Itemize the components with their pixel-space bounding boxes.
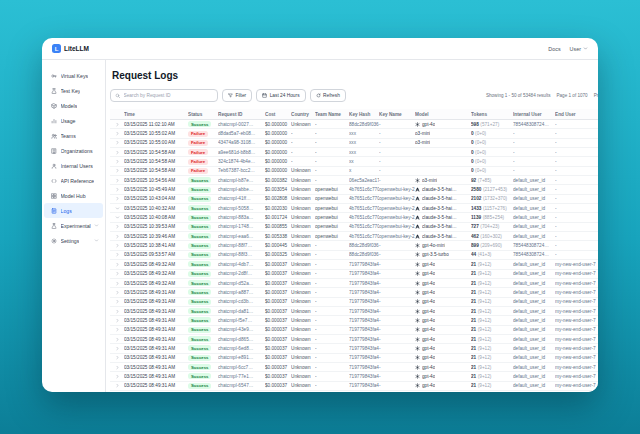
table-row[interactable]: 03/15/2025 10:39:46 AM Success chatcmpl-… <box>110 232 598 241</box>
expand-chevron-icon[interactable] <box>115 383 120 388</box>
expand-chevron-icon[interactable] <box>115 215 120 220</box>
cell-key-hash: xxx <box>349 131 379 136</box>
sidebar-item-test-key[interactable]: Test Key <box>44 83 103 98</box>
sidebar-item-organizations[interactable]: Organizations <box>44 143 103 158</box>
docs-link[interactable]: Docs <box>548 46 560 52</box>
sidebar-item-models[interactable]: Models <box>44 98 103 113</box>
expand-chevron-icon[interactable] <box>115 365 120 370</box>
table-row[interactable]: 03/15/2025 08:49:32 AM Success chatcmpl-… <box>110 270 598 279</box>
expand-chevron-icon[interactable] <box>115 140 120 145</box>
expand-chevron-icon[interactable] <box>115 290 120 295</box>
table-row[interactable]: 03/15/2025 08:49:31 AM Success chatcmpl-… <box>110 307 598 316</box>
table-row[interactable]: 03/15/2025 10:54:58 AM Failure 7eb67387-… <box>110 167 598 176</box>
expand-chevron-icon[interactable] <box>115 243 120 248</box>
sidebar-item-api-reference[interactable]: API Reference <box>44 173 103 188</box>
expand-chevron-icon[interactable] <box>115 206 120 211</box>
table-row[interactable]: 03/15/2025 08:49:31 AM Success chatcmpl-… <box>110 316 598 325</box>
expand-chevron-icon[interactable] <box>115 187 120 192</box>
table-row[interactable]: 03/15/2025 10:43:04 AM Success chatcmpl-… <box>110 195 598 204</box>
cell-request-id: 7eb67387-bcc2… <box>218 168 265 173</box>
cell-tokens: 598(571+27) <box>471 122 513 127</box>
expand-chevron-icon[interactable] <box>115 159 120 164</box>
expand-chevron-icon[interactable] <box>115 299 120 304</box>
table-row[interactable]: 03/15/2025 08:49:31 AM Success chatcmpl-… <box>110 391 598 392</box>
expand-chevron-icon[interactable] <box>115 252 120 257</box>
user-menu[interactable]: User <box>570 46 588 52</box>
cell-key-name: - <box>379 140 415 145</box>
cell-cost: $0.003054 <box>265 187 291 192</box>
cell-time: 03/15/2025 08:49:31 AM <box>124 337 188 342</box>
table-row[interactable]: 03/15/2025 08:49:31 AM Success chatcmpl-… <box>110 363 598 372</box>
table-row[interactable]: 03/15/2025 10:54:58 AM Failure a9ee681d-… <box>110 148 598 157</box>
expand-chevron-icon[interactable] <box>115 355 120 360</box>
filter-button[interactable]: Filter <box>222 89 252 102</box>
table-row[interactable]: 03/15/2025 10:38:41 AM Success chatcmpl-… <box>110 241 598 250</box>
cell-team-name: - <box>315 327 349 332</box>
expand-chevron-icon[interactable] <box>115 150 120 155</box>
cell-country: Unknown <box>291 224 315 229</box>
sidebar-item-model-hub[interactable]: Model Hub <box>44 188 103 203</box>
cell-status: Success <box>188 243 218 249</box>
table-row[interactable]: 03/15/2025 10:55:00 AM Failure 43474a98-… <box>110 139 598 148</box>
cell-country: Unknown <box>291 290 315 295</box>
cell-status: Success <box>188 383 218 389</box>
table-row[interactable]: 03/15/2025 10:39:53 AM Success chatcmpl-… <box>110 223 598 232</box>
expand-chevron-icon[interactable] <box>115 178 120 183</box>
table-row[interactable]: 03/15/2025 08:49:32 AM Success chatcmpl-… <box>110 279 598 288</box>
time-range-button[interactable]: Last 24 Hours <box>256 89 305 102</box>
status-badge: Success <box>188 308 211 314</box>
expand-chevron-icon[interactable] <box>115 318 120 323</box>
sidebar-item-usage[interactable]: Usage <box>44 113 103 128</box>
table-row[interactable]: 03/15/2025 08:49:31 AM Success chatcmpl-… <box>110 298 598 307</box>
table-row[interactable]: 03/15/2025 08:49:31 AM Success chatcmpl-… <box>110 344 598 353</box>
expand-chevron-icon[interactable] <box>115 281 120 286</box>
table-row[interactable]: 03/15/2025 09:53:57 AM Success chatcmpl-… <box>110 251 598 260</box>
table-row[interactable]: 03/15/2025 08:49:31 AM Success chatcmpl-… <box>110 326 598 335</box>
expand-chevron-icon[interactable] <box>115 337 120 342</box>
expand-chevron-icon[interactable] <box>115 327 120 332</box>
column-header-key: Key Name <box>379 112 415 117</box>
table-row[interactable]: 03/15/2025 10:40:32 AM Success chatcmpl-… <box>110 204 598 213</box>
table-row[interactable]: 03/15/2025 10:54:58 AM Failure 324c1874-… <box>110 157 598 166</box>
expand-chevron-icon[interactable] <box>115 131 120 136</box>
table-row[interactable]: 03/15/2025 08:49:31 AM Success chatcmpl-… <box>110 335 598 344</box>
expand-chevron-icon[interactable] <box>115 374 120 379</box>
expand-chevron-icon[interactable] <box>115 234 120 239</box>
table-row[interactable]: 03/15/2025 10:40:08 AM Success chatcmpl-… <box>110 213 598 222</box>
expand-chevron-icon[interactable] <box>115 271 120 276</box>
cell-internal-user: default_user_id <box>513 271 555 276</box>
expand-chevron-icon[interactable] <box>115 262 120 267</box>
cell-key-name: - <box>379 374 415 379</box>
cell-request-id: chatcmpl-88f3… <box>218 252 265 257</box>
expand-chevron-icon[interactable] <box>115 309 120 314</box>
litellm-logo[interactable]: L LiteLLM <box>52 44 89 53</box>
sidebar-item-internal-users[interactable]: Internal Users <box>44 158 103 173</box>
cell-end-user: - <box>555 131 598 136</box>
sidebar-item-experimental[interactable]: Experimental <box>44 218 103 233</box>
expand-chevron-icon[interactable] <box>115 224 120 229</box>
expand-chevron-icon[interactable] <box>115 168 120 173</box>
table-row[interactable]: 03/15/2025 08:49:31 AM Success chatcmpl-… <box>110 372 598 381</box>
table-row[interactable]: 03/15/2025 10:54:56 AM Success chatcmpl-… <box>110 176 598 185</box>
expand-chevron-icon[interactable] <box>115 196 120 201</box>
table-row[interactable]: 03/15/2025 10:45:49 AM Success chatcmpl-… <box>110 185 598 194</box>
table-row[interactable]: 03/15/2025 08:49:31 AM Success chatcmpl-… <box>110 288 598 297</box>
table-row[interactable]: 03/15/2025 08:49:32 AM Success chatcmpl-… <box>110 260 598 269</box>
table-row[interactable]: 03/15/2025 10:55:02 AM Failure d8dad5a7-… <box>110 129 598 138</box>
sidebar-item-settings[interactable]: Settings <box>44 233 103 248</box>
table-row[interactable]: 03/15/2025 08:49:31 AM Success chatcmpl-… <box>110 354 598 363</box>
table-row[interactable]: 03/15/2025 11:02:10 AM Success chatcmpl-… <box>110 120 598 129</box>
sidebar-item-logs[interactable]: Logs <box>44 203 103 218</box>
expand-chevron-icon[interactable] <box>115 122 120 127</box>
cell-request-id: chatcmpl-abbe… <box>218 187 265 192</box>
expand-chevron-icon[interactable] <box>115 346 120 351</box>
sidebar-item-teams[interactable]: Teams <box>44 128 103 143</box>
refresh-button[interactable]: Refresh <box>310 89 346 102</box>
search-input[interactable] <box>124 93 214 98</box>
sidebar-item-virtual-keys[interactable]: Virtual Keys <box>44 68 103 83</box>
previous-page-button[interactable]: Previous <box>594 93 598 98</box>
table-row[interactable]: 03/15/2025 08:49:31 AM Success chatcmpl-… <box>110 382 598 391</box>
cell-internal-user: default_user_id <box>513 178 555 183</box>
cell-key-hash: 4b7651c6c770… <box>349 215 379 220</box>
status-badge: Success <box>188 224 211 230</box>
